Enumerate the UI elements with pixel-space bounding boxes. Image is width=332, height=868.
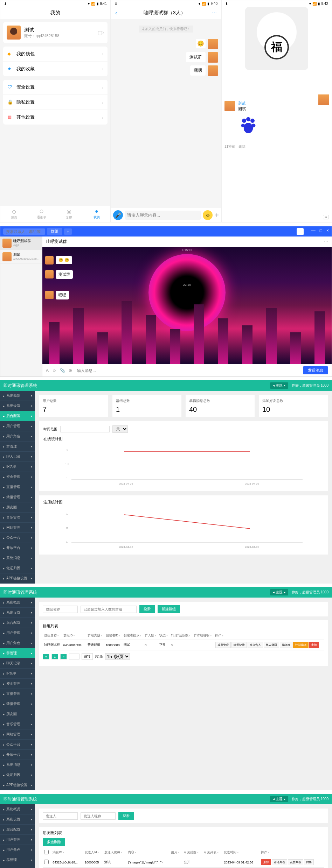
sidebar-item[interactable]: ▸后台配置▾ [0,825,35,835]
avatar[interactable] [208,65,218,76]
op-button[interactable]: 封禁 [304,859,314,865]
sidebar-item[interactable]: ▸系统设置▾ [0,814,35,825]
sidebar-item[interactable]: ▸网站管理▾ [0,523,35,533]
jump-button[interactable]: 跳转 [82,653,93,660]
sidebar-item[interactable]: ▸用户管理▾ [0,421,35,431]
profile-card[interactable]: 测试 账号：qq424528158 ⬚ › [3,22,108,43]
avatar[interactable] [45,291,54,299]
col-header[interactable]: 群详细说明♦ [192,631,213,640]
tab-group[interactable]: 群组 [47,228,62,235]
contact-item[interactable]: 哇呼测试群你好 [0,237,42,250]
sidebar-item[interactable]: ▸用户角色▾ [0,638,35,648]
theme-button[interactable]: ◂ 主题 ▸ [270,382,288,389]
sidebar-item[interactable]: ▸APP链接设置▾ [0,780,35,790]
sidebar-item[interactable]: ▸聊天记录▾ [0,865,35,868]
sidebar-item[interactable]: ▸直播管理▾ [0,689,35,699]
sidebar-item[interactable]: ▸系统概况▾ [0,391,35,401]
sidebar-item[interactable]: ▸禁播管理▾ [0,492,35,502]
sidebar-item[interactable]: ▸公众平台▾ [0,740,35,750]
sidebar-item[interactable]: ▸系统消息▾ [0,760,35,770]
col-header[interactable]: 创建者提示♦ [122,631,143,640]
menu-wallet[interactable]: ◆我的钱包› [3,47,108,62]
col-header[interactable]: 发送时间♦ [222,848,260,857]
delete-link[interactable]: 删除 [238,144,245,148]
sidebar-item[interactable]: ▸用户管理▾ [0,628,35,638]
op-button[interactable]: 计划编辑 [293,642,309,648]
col-header[interactable]: 消息ID♦ [51,848,83,857]
col-header[interactable]: 发送人Id♦ [83,848,103,857]
sidebar-item[interactable]: ▸系统概况▾ [0,804,35,814]
filter-nickname[interactable] [81,812,116,820]
avatar[interactable] [208,39,218,49]
attach-icon[interactable]: 📎 [60,368,65,373]
chat-input[interactable] [125,211,201,220]
sidebar-item[interactable]: ▸凭证归因▾ [0,770,35,780]
col-header[interactable]: 操作♦ [214,631,324,640]
avatar[interactable] [318,94,329,105]
col-header[interactable]: 群组类型♦ [86,631,104,640]
col-header[interactable]: 群组名称♦ [43,631,62,640]
sidebar-item[interactable]: ▸开放平台▾ [0,543,35,553]
col-header[interactable]: 状态♦ [158,631,170,640]
op-button[interactable]: 成员管理 [215,642,231,648]
page-size[interactable]: 15 条/页 [105,653,130,660]
multi-delete-button[interactable]: 多选删除 [43,838,65,846]
contact-item[interactable]: 测试/24200330330:1g89=g... [0,250,42,264]
col-header[interactable]: 发送人昵称♦ [103,848,127,857]
op-button[interactable]: 评论列表 [272,859,287,865]
sidebar-item[interactable]: ▸朋友圈▾ [0,709,35,719]
avatar[interactable] [224,101,235,111]
nav-discover[interactable]: ◎发现 [55,208,83,220]
col-header[interactable]: 图片♦ [170,848,182,857]
send-button[interactable]: 发送消息 [303,366,328,374]
theme-button[interactable]: ◂ 主题 ▸ [270,589,288,595]
nav-contacts[interactable]: ☺通讯录 [28,208,56,220]
menu-privacy[interactable]: 🔒隐私设置› [3,95,108,110]
minimize-button[interactable]: — [311,228,316,235]
emoji-icon[interactable]: ☺ [52,368,56,373]
col-header[interactable]: 创建者ID♦ [104,631,122,640]
filter-sender[interactable] [43,812,78,820]
sidebar-item[interactable]: ▸群管理▾ [0,442,35,452]
search-input[interactable] [3,228,45,235]
sidebar-item[interactable]: ▸后台配置▾ [0,411,35,421]
sidebar-item[interactable]: ▸系统消息▾ [0,553,35,563]
filter-exceed[interactable] [81,606,137,613]
unit-select[interactable]: 天 [112,425,128,433]
col-header[interactable]: 群组ID♦ [62,631,87,640]
sidebar-item[interactable]: ▸音乐管理▾ [0,513,35,523]
sidebar-item[interactable]: ▸后台配置▾ [0,618,35,628]
avatar[interactable] [45,256,54,264]
col-header[interactable]: 7日群活跃数♦ [170,631,193,640]
date-range-input[interactable] [60,426,110,432]
qr-icon[interactable]: ⬚ [98,30,102,35]
mic-button[interactable]: 🎤 [113,210,123,220]
plus-button[interactable]: + [215,211,219,219]
sidebar-item[interactable]: ▸群管理▾ [0,648,35,658]
col-header[interactable]: 可见范围♦ [182,848,202,857]
add-tab-button[interactable]: + [64,228,72,235]
user-info[interactable]: 你好，超级管理员 1000 [292,590,328,595]
search-button[interactable]: 搜索 [139,605,155,613]
sidebar-item[interactable]: ▸开放平台▾ [0,750,35,760]
select-all[interactable] [44,850,49,854]
sidebar-item[interactable]: ▸聊天记录▾ [0,658,35,669]
menu-security[interactable]: 🛡安全设置› [3,80,108,95]
col-header[interactable]: 群人数♦ [143,631,158,640]
sidebar-item[interactable]: ▸系统设置▾ [0,608,35,618]
op-button[interactable]: 删除 [261,859,271,865]
col-header[interactable]: 操作♦ [260,848,324,857]
new-group-button[interactable]: 新建群组 [158,605,180,613]
sidebar-item[interactable]: ▸网站管理▾ [0,729,35,740]
col-header[interactable]: 可见列表♦ [202,848,222,857]
page-next[interactable]: » [60,654,67,659]
sidebar-item[interactable]: ▸资金管理▾ [0,679,35,689]
op-button[interactable]: 点赞列表 [288,859,303,865]
sidebar-item[interactable]: ▸IP名单▾ [0,669,35,679]
avatar[interactable] [208,52,218,63]
op-button[interactable]: 群公告人 [248,642,263,648]
more-icon[interactable]: ⊕ [69,368,72,373]
nav-me[interactable]: ●我的 [83,208,111,220]
nav-messages[interactable]: ◇消息 [0,208,28,220]
sidebar-item[interactable]: ▸系统概况▾ [0,598,35,608]
